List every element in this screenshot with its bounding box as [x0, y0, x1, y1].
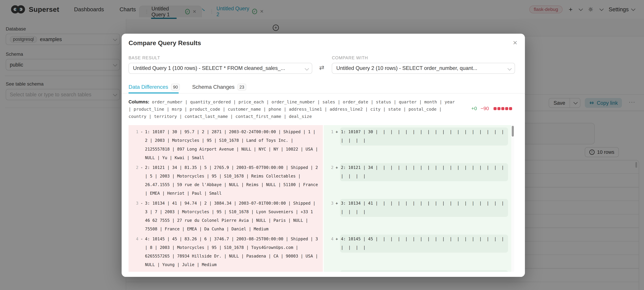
- chevron-down-icon: [305, 66, 309, 71]
- schema-count-badge: 23: [238, 84, 246, 91]
- modal-tabs: Data Differences 90 Schema Changes 23: [128, 84, 246, 91]
- diff-removed-row: 1 - 1: 10107 | 30 | 95.7 | 2 | 2871 | 20…: [128, 128, 323, 163]
- diff-added-row: 3 + 3: 10134 | 41 | | | | | | | | | | | …: [324, 199, 512, 235]
- active-tab-underline: [128, 92, 179, 94]
- diff-added-row-clipped: [324, 270, 512, 272]
- diff-viewer: 1 - 1: 10107 | 30 | 95.7 | 2 | 2871 | 20…: [128, 125, 514, 272]
- tab-schema-changes[interactable]: Schema Changes 23: [192, 84, 246, 91]
- base-result-select[interactable]: Untitled Query 1 (100 rows) - SELECT * F…: [128, 63, 312, 74]
- screen: Superset Dashboards Charts Datasets SQL …: [0, 0, 644, 290]
- diff-removed-row: 3 - 3: 10134 | 41 | 94.74 | 2 | 3884.34 …: [128, 199, 323, 235]
- added-count: +0: [471, 106, 477, 111]
- diff-count-badge: 90: [171, 84, 180, 91]
- compare-with-label: COMPARE WITH: [332, 55, 368, 60]
- diff-added-row: 2 + 2: 10121 | 34 | | | | | | | | | | | …: [324, 163, 512, 199]
- divider: [122, 93, 525, 94]
- chevron-down-icon: [508, 66, 512, 71]
- diff-removed-row: 2 - 2: 10121 | 34 | 81.35 | 5 | 2765.9 |…: [128, 163, 323, 199]
- tab-data-differences[interactable]: Data Differences 90: [128, 84, 180, 91]
- diff-added-row: 1 + 1: 10107 | 30 | | | | | | | | | | | …: [324, 128, 512, 163]
- diff-added-row: 4 + 4: 10145 | 45 | | | | | | | | | | | …: [324, 235, 512, 270]
- columns-list: Columns: order_number | quantity_ordered…: [128, 98, 457, 120]
- scrollbar-thumb[interactable]: [512, 126, 514, 137]
- base-result-label: BASE RESULT: [128, 55, 160, 60]
- modal-title: Compare Query Results: [128, 39, 201, 47]
- columns-label: Columns:: [128, 99, 149, 104]
- diff-compare-pane: 1 + 1: 10107 | 30 | | | | | | | | | | | …: [324, 125, 512, 272]
- swap-icon: ⇄: [319, 64, 324, 71]
- close-icon[interactable]: ✕: [512, 39, 518, 46]
- diff-base-pane: 1 - 1: 10107 | 30 | 95.7 | 2 | 2871 | 20…: [128, 125, 323, 272]
- diff-scrollbar[interactable]: [511, 125, 514, 272]
- compare-with-select[interactable]: Untitled Query 2 (10 rows) - SELECT orde…: [332, 63, 515, 74]
- removed-density-blocks: [493, 106, 512, 111]
- diff-stats: +0 −90: [471, 106, 512, 111]
- columns-text: order_number | quantity_ordered | price_…: [128, 100, 455, 119]
- diff-removed-row: 4 - 4: 10145 | 45 | 83.26 | 6 | 3746.7 |…: [128, 235, 323, 270]
- removed-count: −90: [480, 106, 489, 111]
- compare-query-results-modal: Compare Query Results ✕ BASE RESULT COMP…: [122, 34, 525, 277]
